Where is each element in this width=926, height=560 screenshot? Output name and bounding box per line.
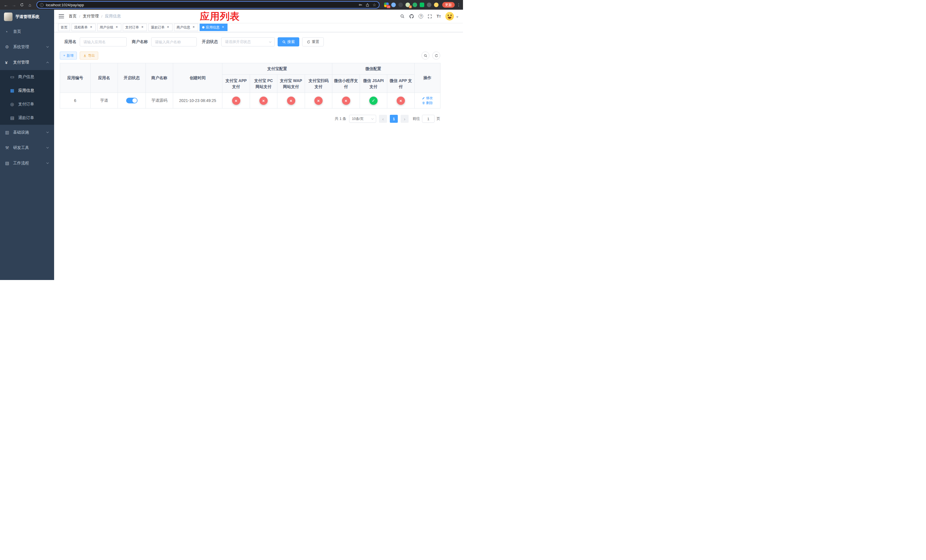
delete-link[interactable]: 删除 [422, 101, 433, 105]
browser-extension-icon[interactable] [398, 3, 403, 7]
breadcrumb-item[interactable]: 首页 [69, 14, 77, 19]
toggle-search-icon[interactable] [421, 51, 430, 59]
search-button[interactable]: 搜索 [278, 37, 299, 47]
browser-extension-icon[interactable] [420, 3, 424, 7]
browser-extension-icon[interactable] [434, 3, 439, 7]
chevron-down-icon [269, 40, 271, 42]
sidebar-item-merchant-info[interactable]: ▭商户信息 [0, 70, 54, 84]
cell-created-time: 2021-10-23 08:49:25 [173, 93, 222, 109]
pagination: 共 1 条 10条/页 ‹ 1 › 前往 页 [60, 115, 440, 123]
table-header: 应用编号 应用名 开启状态 商户名称 创建时间 支付宝配置 微信配置 操作 支付… [60, 63, 440, 93]
tab-close-icon[interactable]: × [221, 25, 225, 29]
goto-page-input[interactable] [422, 115, 434, 123]
breadcrumb-separator: / [79, 14, 80, 18]
merchant-name-input[interactable] [151, 37, 197, 47]
edit-link[interactable]: 修改 [422, 96, 433, 101]
address-bar[interactable]: i localhost:1024/pay/app ☆ [36, 1, 380, 9]
column-header: 支付宝 PC 网站支付 [250, 75, 277, 93]
tab-item[interactable]: 退款订单× [148, 24, 172, 31]
browser-update-button[interactable]: 更新 [442, 2, 455, 8]
chevron-down-icon [47, 45, 49, 48]
cell-pay-status: × [387, 93, 415, 109]
navbar-actions: ? TT [400, 12, 458, 21]
omnibox-actions: ☆ [359, 3, 376, 7]
help-icon[interactable]: ? [419, 14, 423, 18]
status-select[interactable]: 请选择开启状态 [221, 37, 275, 47]
browser-extension-icon[interactable]: 10 [384, 3, 389, 7]
sidebar-item-label: 研发工具 [13, 145, 29, 150]
app-name-input[interactable] [80, 37, 127, 47]
cell-app-name: 芋道 [91, 93, 118, 109]
sidebar-item-infrastructure[interactable]: ▥基础设施 [0, 125, 54, 140]
next-page-button[interactable]: › [401, 115, 409, 123]
prev-page-button[interactable]: ‹ [379, 115, 387, 123]
sidebar-item-home[interactable]: ◔首页 [0, 24, 54, 39]
breadcrumb-item[interactable]: 支付管理 [83, 14, 99, 19]
sidebar: 芋道管理系统 ◔首页⚙系统管理¥支付管理▭商户信息▦应用信息◎支付订单▤退款订单… [0, 10, 54, 280]
browser-extension-icon[interactable]: 1 [406, 3, 410, 7]
sidebar-item-workflow[interactable]: ▧工作流程 [0, 156, 54, 171]
disabled-cross-icon: × [259, 97, 268, 105]
sidebar-item-label: 退款订单 [18, 115, 34, 121]
tab-close-icon[interactable]: × [115, 25, 119, 29]
filter-form: 应用名 商户名称 开启状态 请选择开启状态 搜索 重置 [60, 37, 440, 47]
sidebar-item-payment-order[interactable]: ◎支付订单 [0, 97, 54, 111]
back-icon[interactable]: ← [2, 1, 10, 9]
browser-extension-icon[interactable] [413, 3, 417, 7]
tab-item[interactable]: 支付订单× [123, 24, 147, 31]
tab-label: 用户分组 [100, 25, 113, 30]
reload-icon[interactable] [18, 1, 26, 9]
tab-item[interactable]: 首页 [58, 24, 70, 31]
font-size-icon[interactable]: TT [437, 14, 441, 18]
sidebar-item-dev-tools[interactable]: ⚒研发工具 [0, 140, 54, 156]
cell-pay-status: × [222, 93, 250, 109]
hamburger-icon[interactable] [59, 14, 64, 18]
fullscreen-icon[interactable] [428, 14, 432, 18]
sidebar-item-label: 支付管理 [13, 60, 29, 65]
column-header: 支付宝 APP 支付 [222, 75, 250, 93]
sidebar-item-app-info[interactable]: ▦应用信息 [0, 84, 54, 97]
bookmark-star-icon[interactable]: ☆ [372, 3, 376, 7]
user-avatar[interactable] [445, 12, 454, 21]
tab-item[interactable]: 商户信息× [174, 24, 198, 31]
reset-button[interactable]: 重置 [302, 37, 324, 47]
sidebar-item-system[interactable]: ⚙系统管理 [0, 39, 54, 55]
avatar-caret-icon[interactable] [456, 17, 458, 19]
sidebar-item-payment[interactable]: ¥支付管理 [0, 55, 54, 70]
password-key-icon[interactable] [359, 3, 363, 7]
tab-item[interactable]: 流程表单× [71, 24, 96, 31]
forward-icon[interactable]: → [10, 1, 18, 9]
page-size-select[interactable]: 10条/页 [349, 115, 376, 123]
browser-menu-icon[interactable]: ⋮ [457, 3, 461, 7]
tab-close-icon[interactable]: × [89, 25, 93, 29]
tab-close-icon[interactable]: × [192, 25, 196, 29]
sidebar-item-refund-order[interactable]: ▤退款订单 [0, 111, 54, 125]
home-icon[interactable]: ⌂ [26, 1, 33, 9]
app-table: 应用编号 应用名 开启状态 商户名称 创建时间 支付宝配置 微信配置 操作 支付… [60, 63, 440, 109]
sidebar-item-label: 首页 [13, 29, 21, 34]
tab-close-icon[interactable]: × [166, 25, 170, 29]
gear-icon: ⚙ [5, 44, 12, 50]
extension-badge: 1 [409, 5, 412, 8]
browser-extension-icon[interactable] [391, 3, 396, 7]
tab-item[interactable]: 用户分组× [97, 24, 121, 31]
page-number-button[interactable]: 1 [390, 115, 398, 123]
disabled-cross-icon: × [342, 97, 350, 105]
tab-item[interactable]: 应用信息× [200, 24, 227, 31]
search-icon[interactable] [400, 14, 405, 18]
refresh-icon[interactable] [432, 51, 440, 59]
column-header: 应用编号 [60, 63, 91, 93]
add-button-label: 新增 [67, 53, 73, 58]
cell-enabled [118, 93, 146, 109]
add-button[interactable]: + 新增 [60, 51, 77, 59]
share-icon[interactable] [366, 3, 369, 7]
column-header: 支付宝扫码支付 [305, 75, 332, 93]
reset-button-label: 重置 [312, 39, 319, 44]
enabled-toggle[interactable] [126, 98, 138, 103]
logo-row[interactable]: 芋道管理系统 [0, 10, 54, 24]
site-info-icon[interactable]: i [40, 3, 44, 7]
tab-close-icon[interactable]: × [141, 25, 144, 29]
export-button[interactable]: 导出 [80, 51, 98, 59]
github-icon[interactable] [409, 14, 414, 19]
browser-extension-icon[interactable] [427, 3, 431, 7]
